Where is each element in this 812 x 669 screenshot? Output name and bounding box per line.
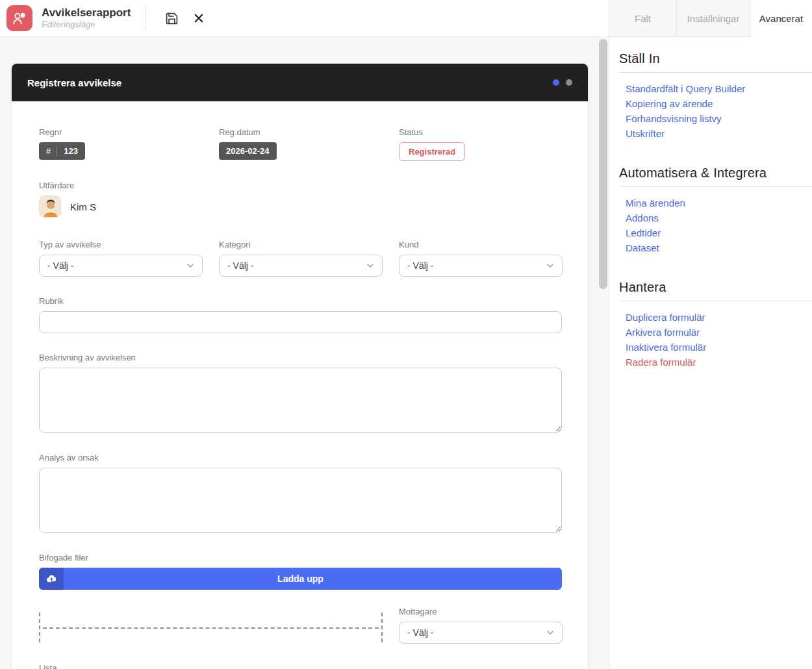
page-dots — [553, 79, 572, 86]
row-meta: Regnr # 123 Reg.datum 2026-02-24 Status … — [39, 127, 562, 161]
chevron-down-icon — [545, 627, 555, 638]
page-title: Avvikelserapport — [42, 6, 131, 19]
upload-cloud-icon — [39, 568, 64, 590]
regnr-prefix: # — [46, 146, 57, 156]
empty-field-placeholder[interactable] — [39, 612, 383, 642]
section-title: Ställ In — [619, 51, 812, 66]
field-bifogade-filer: Bifogade filer Ladda upp — [39, 553, 562, 590]
field-beskrivning: Beskrivning av avvikelsen — [39, 353, 562, 433]
rubrik-input[interactable] — [39, 311, 562, 333]
link-duplicera-formular[interactable]: Duplicera formulär — [626, 312, 705, 323]
app-header: Avvikelserapport Editeringsläge — [0, 0, 609, 37]
regnr-value: 123 — [57, 146, 78, 156]
close-button[interactable] — [187, 6, 210, 30]
field-label: Bifogade filer — [39, 553, 562, 562]
section-hantera: Hantera Duplicera formulär Arkivera form… — [619, 280, 812, 370]
mottagare-select[interactable]: - Välj - — [399, 622, 563, 644]
kategori-select[interactable]: - Välj - — [219, 255, 383, 277]
field-label: Kund — [399, 240, 563, 249]
field-rubrik: Rubrik — [39, 296, 562, 333]
form-card: Registrera avvikelse Regnr # 123 Reg.dat… — [12, 64, 588, 669]
section-automatisera-integrera: Automatisera & Integrera Mina ärenden Ad… — [619, 166, 812, 255]
field-label: Regnr — [39, 127, 203, 137]
field-mottagare: Mottagare - Välj - — [399, 607, 563, 644]
field-analys: Analys av orsak — [39, 453, 562, 533]
page-subtitle: Editeringsläge — [42, 19, 131, 30]
select-value: - Välj - — [407, 260, 433, 271]
field-regnr: Regnr # 123 — [39, 127, 203, 161]
link-kopiering-av-arende[interactable]: Kopiering av ärende — [626, 98, 713, 109]
field-label: Analys av orsak — [39, 453, 562, 462]
section-title: Automatisera & Integrera — [619, 166, 812, 181]
link-inaktivera-formular[interactable]: Inaktivera formulär — [626, 342, 706, 353]
link-addons[interactable]: Addons — [626, 212, 659, 223]
field-regdatum: Reg.datum 2026-02-24 — [219, 127, 383, 161]
chevron-down-icon — [185, 260, 196, 271]
tab-falt[interactable]: Fält — [609, 0, 677, 37]
link-utskrifter[interactable]: Utskrifter — [626, 128, 665, 139]
page-dot-2[interactable] — [566, 79, 572, 86]
link-dataset[interactable]: Dataset — [626, 242, 659, 253]
save-icon — [165, 12, 179, 25]
form-title: Registrera avvikelse — [27, 77, 121, 88]
beskrivning-textarea[interactable] — [39, 368, 562, 433]
analys-textarea[interactable] — [39, 468, 562, 533]
regdatum-badge: 2026-02-24 — [219, 142, 277, 160]
select-value: - Välj - — [227, 260, 253, 271]
upload-button-label: Ladda upp — [64, 574, 562, 584]
field-label: Mottagare — [399, 607, 563, 616]
page-dot-1[interactable] — [553, 79, 559, 86]
field-lista: Lista - Välj - — [39, 663, 203, 669]
link-radera-formular[interactable]: Radera formulär — [626, 357, 696, 368]
field-kund: Kund - Välj - — [399, 240, 563, 277]
section-title: Hantera — [619, 280, 812, 295]
field-label: Reg.datum — [219, 127, 383, 137]
chevron-down-icon — [365, 260, 375, 271]
link-forhandsvisning-listvy[interactable]: Förhandsvisning listvy — [626, 113, 722, 124]
field-label: Lista — [39, 663, 203, 669]
field-label: Status — [399, 127, 563, 137]
field-label: Rubrik — [39, 296, 562, 306]
chevron-down-icon — [545, 260, 555, 271]
section-stall-in: Ställ In Standardfält i Query Builder Ko… — [619, 51, 812, 141]
row-lista: Lista - Välj - — [39, 663, 562, 669]
row-selects: Typ av avvikelse - Välj - Kategori - Väl… — [39, 240, 562, 277]
field-status: Status Registrerad — [399, 127, 563, 161]
field-label: Utfärdare — [39, 181, 562, 190]
title-block: Avvikelserapport Editeringsläge — [42, 6, 131, 30]
row-mottagare: Mottagare - Välj - — [39, 598, 562, 644]
status-badge: Registrerad — [399, 142, 465, 161]
field-label: Kategori — [219, 240, 383, 249]
app-logo — [6, 5, 32, 31]
upload-button[interactable]: Ladda upp — [39, 568, 562, 590]
close-icon — [193, 12, 205, 24]
regnr-badge: # 123 — [39, 142, 85, 160]
save-button[interactable] — [160, 6, 183, 30]
tab-installningar[interactable]: Inställningar — [677, 0, 750, 37]
link-ledtider[interactable]: Ledtider — [626, 227, 661, 238]
header-divider — [145, 6, 146, 31]
kund-select[interactable]: - Välj - — [399, 255, 563, 277]
select-value: - Välj - — [47, 260, 73, 271]
tab-avancerat[interactable]: Avancerat — [750, 0, 812, 37]
dashed-line — [43, 627, 379, 629]
avatar — [39, 196, 61, 218]
field-kategori: Kategori - Välj - — [219, 240, 383, 277]
settings-sidebar: Ställ In Standardfält i Query Builder Ko… — [609, 37, 812, 669]
link-mina-arenden[interactable]: Mina ärenden — [626, 197, 685, 208]
field-label: Typ av avvikelse — [39, 240, 203, 249]
field-typ-av-avvikelse: Typ av avvikelse - Välj - — [39, 240, 203, 277]
field-label: Beskrivning av avvikelsen — [39, 353, 562, 362]
field-utfardare: Utfärdare Kim S — [39, 181, 562, 218]
sidebar-tabs: Fält Inställningar Avancerat — [609, 0, 812, 37]
issuer-name: Kim S — [70, 201, 96, 212]
scrollbar-thumb[interactable] — [599, 39, 607, 289]
form-preview-panel: Registrera avvikelse Regnr # 123 Reg.dat… — [0, 37, 609, 669]
typ-select[interactable]: - Välj - — [39, 255, 203, 277]
form-card-header: Registrera avvikelse — [12, 64, 588, 101]
link-arkivera-formular[interactable]: Arkivera formulär — [626, 327, 700, 338]
person-chat-icon — [11, 10, 28, 27]
select-value: - Välj - — [407, 627, 433, 638]
link-standardfalt-query-builder[interactable]: Standardfält i Query Builder — [626, 83, 745, 94]
